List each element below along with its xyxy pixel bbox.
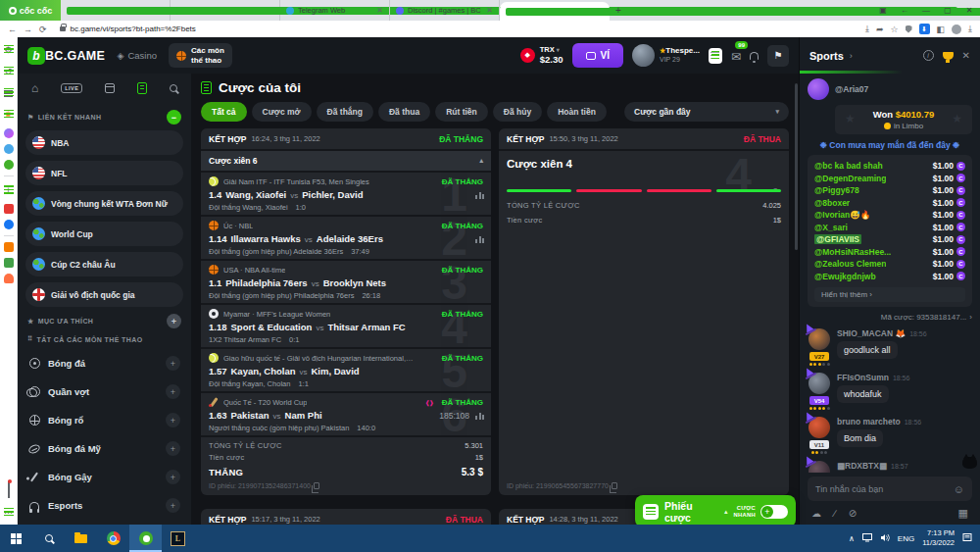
chat-username[interactable]: SHIO_MACAN 🦊	[837, 328, 906, 338]
rain-user[interactable]: @8boxer	[814, 198, 850, 208]
extensions-icon[interactable]: ◧	[937, 25, 946, 34]
bet-name-row[interactable]: Cược xiên 6▴	[201, 149, 491, 171]
sidebar-item-tennis[interactable]: Quần vợt+	[25, 377, 183, 406]
close-button[interactable]: ✕	[958, 0, 980, 21]
home-icon[interactable]: ⌂	[31, 81, 38, 95]
volume-icon[interactable]	[880, 533, 890, 544]
reload-icon[interactable]: ⟳	[39, 25, 47, 34]
chat-rules-icon[interactable]: ⊘	[849, 508, 857, 519]
sidebar-item-esports[interactable]: Esports+	[25, 491, 183, 520]
bet-leg[interactable]: 4 Myamar · MFF's League WomenĐÃ THẮNG 1.…	[201, 303, 491, 347]
filter-cancelled[interactable]: Đã hủy	[493, 102, 542, 122]
rain-user[interactable]: @Ivorian😅🔥	[814, 210, 870, 220]
sidebar-item-worldcup[interactable]: World Cup	[25, 222, 183, 246]
collapse-button[interactable]: −	[167, 110, 181, 125]
profile-avatar-icon[interactable]	[952, 25, 961, 34]
trophy-icon[interactable]	[943, 52, 954, 60]
expand-plus-icon[interactable]: +	[166, 356, 180, 371]
sidebar-item-nba[interactable]: NBA	[25, 130, 183, 155]
avatar[interactable]	[808, 78, 829, 100]
bet-card-won[interactable]: KẾT HỢP 16:24, 3 thg 11, 2022 ĐÃ THẮNG C…	[201, 128, 491, 495]
notifications-icon[interactable]	[750, 52, 759, 60]
close-icon[interactable]: ✕	[962, 50, 970, 61]
adblock-shield-icon[interactable]	[906, 25, 912, 33]
tray-chevron-icon[interactable]: ∧	[849, 534, 855, 543]
filter-open[interactable]: Cược mở	[252, 102, 312, 122]
display-icon[interactable]	[862, 533, 872, 544]
quick-bet-toggle[interactable]	[760, 505, 788, 519]
schedule-calendar-icon[interactable]	[105, 83, 115, 93]
sidebar-item-football[interactable]: Bóng đá+	[25, 349, 183, 377]
apps-icon[interactable]	[4, 258, 14, 268]
url-field[interactable]: bc.game/vi/sports?bt-path=%2Fbets	[54, 25, 858, 33]
games-icon[interactable]	[4, 160, 14, 170]
chat-channel[interactable]: Sports	[809, 50, 844, 62]
more-icon[interactable]: ⋯	[1, 505, 17, 521]
expand-plus-icon[interactable]: +	[166, 498, 180, 513]
start-button[interactable]	[0, 525, 32, 552]
copy-icon[interactable]	[612, 482, 617, 489]
sidebar-item-nfl[interactable]: NFL	[25, 161, 183, 185]
bet-leg[interactable]: 2 Úc · NBLĐÃ THẮNG 1.14Illawarra Hawksvs…	[201, 215, 491, 259]
browser-tab-active[interactable]: BC.Game: Crypto Casino Gan✕	[500, 2, 610, 21]
twitter-icon[interactable]	[4, 144, 14, 154]
bet-leg[interactable]: 1 Giải Nam ITF - ITF Tunisia F53, Men Si…	[201, 171, 491, 215]
inbox-button[interactable]: ✉99	[731, 47, 741, 65]
chat-username[interactable]: ▩RDXBTX▩	[837, 461, 887, 471]
stats-icon[interactable]	[475, 192, 484, 199]
win-announcement[interactable]: ★ ★ Won $4010.79 in Limbo	[835, 105, 972, 134]
expand-plus-icon[interactable]: +	[166, 384, 180, 399]
taskbar-clock[interactable]: 7:13 PM11/3/2022	[922, 528, 955, 548]
balance-selector[interactable]: ◆ TRX ▾$2.30	[520, 45, 564, 66]
tab-close-icon[interactable]: ✕	[376, 6, 383, 15]
sidebar-item-national[interactable]: Giải vô địch quốc gia	[25, 282, 183, 307]
wallet-button[interactable]: VÍ	[572, 43, 623, 68]
bookmark-star-icon[interactable]: ☆	[890, 25, 898, 34]
emoji-smiley-icon[interactable]: ☺	[954, 483, 964, 495]
rain-user[interactable]: @Zealous Clemen	[814, 259, 886, 269]
settings-gear-icon[interactable]: ⚙	[1, 42, 17, 58]
sidebar-item-amfootball[interactable]: Bóng đá Mỹ+	[25, 434, 183, 463]
sidebar-item-wta[interactable]: Vòng chung kết WTA Đơn Nữ	[25, 191, 183, 216]
expand-plus-icon[interactable]: +	[166, 441, 180, 456]
rain-user[interactable]: @X_sari	[814, 223, 848, 232]
filter-lost[interactable]: Đã thua	[378, 102, 430, 122]
info-icon[interactable]: i	[923, 50, 934, 61]
gif-keyboard-icon[interactable]: ▦	[958, 507, 968, 520]
messenger-icon[interactable]	[4, 128, 14, 138]
download-manager-icon[interactable]: ⬇	[919, 24, 930, 34]
bet-leg[interactable]: 6 Quốc Tế - T20 World Cup❰❱ĐÃ THẮNG 1.63…	[201, 391, 491, 435]
expand-plus-icon[interactable]: +	[166, 470, 180, 484]
browser-tab[interactable]: Discord | #games | BC G✕	[390, 0, 500, 21]
chat-input[interactable]: Tin nhắn của bạn ☺	[808, 477, 972, 501]
bet-code-link[interactable]: Mã cược: 9353818147...›	[808, 313, 972, 322]
sidebar-item-basketball[interactable]: Bóng rổ+	[25, 406, 183, 434]
rain-user[interactable]: @bc ka bad shah	[814, 161, 883, 171]
show-more-button[interactable]: Hiển thị thêm ›	[814, 287, 965, 302]
search-icon[interactable]	[170, 84, 177, 92]
reading-list-icon[interactable]	[1, 85, 17, 101]
back-icon[interactable]: ←	[8, 25, 17, 34]
tab-close-icon[interactable]: ✕	[486, 6, 493, 15]
coccoc-browser-icon[interactable]	[129, 525, 162, 552]
share-icon[interactable]: ➦	[876, 25, 884, 34]
add-favorite-button[interactable]: +	[167, 314, 181, 328]
browser-tab[interactable]: Telegram Web✕	[280, 0, 390, 21]
crown-icon[interactable]: ♛	[1, 107, 17, 123]
filter-cashout[interactable]: Rút tiền	[435, 102, 488, 122]
live-tab[interactable]: LIVE	[61, 83, 82, 93]
stats-icon[interactable]	[475, 236, 484, 243]
maximize-button[interactable]: ▢	[937, 0, 958, 21]
user-profile[interactable]: ★Thespe...VIP 29	[632, 44, 700, 67]
nav-sports-active[interactable]: Các mônthể thao	[169, 43, 232, 67]
scrollbar[interactable]	[795, 83, 798, 250]
facebook-icon[interactable]	[4, 220, 14, 229]
sidebar-item-cricket[interactable]: Bóng Gậy+	[25, 463, 183, 491]
taskbar-search-icon[interactable]	[32, 525, 65, 552]
bcgame-logo[interactable]: b BC.GAME	[27, 47, 105, 65]
minimize-button[interactable]: —	[915, 0, 937, 21]
betslip-button[interactable]: Phiếu cược ▴ CƯỢCNHANH	[635, 495, 796, 527]
bet-card-lost[interactable]: KẾT HỢP 15:50, 3 thg 11, 2022 ĐÃ THUA 4 …	[499, 128, 789, 495]
chat-username[interactable]: FFIsOnSumn	[837, 373, 889, 382]
stats-icon[interactable]	[475, 413, 484, 420]
